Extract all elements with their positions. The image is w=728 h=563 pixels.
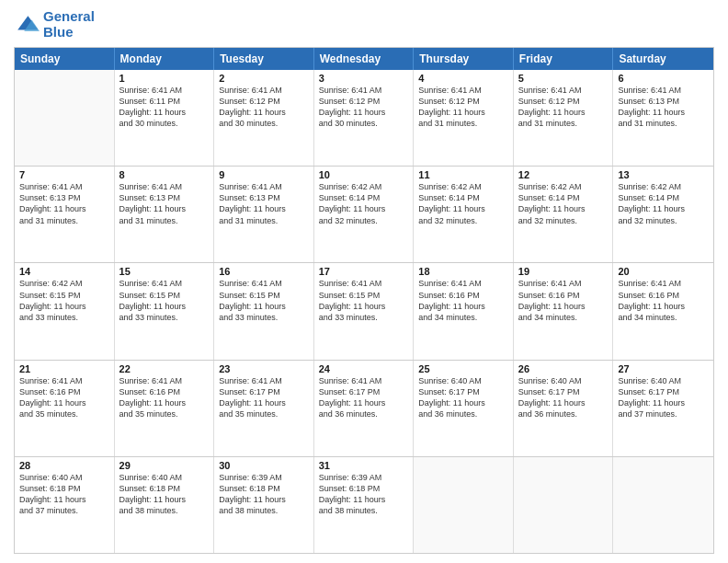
day-number: 3 [319, 73, 409, 84]
cell-info-line: Sunset: 6:16 PM [518, 290, 609, 301]
cell-info-line: Sunrise: 6:41 AM [19, 181, 109, 192]
calendar-cell: 1Sunrise: 6:41 AMSunset: 6:11 PMDaylight… [115, 70, 215, 166]
cell-info-line: Daylight: 11 hours [219, 301, 309, 312]
cell-info-line: Daylight: 11 hours [119, 301, 210, 312]
cell-info-line: Sunset: 6:16 PM [19, 386, 109, 397]
cell-info-line: and 38 minutes. [219, 505, 309, 516]
cell-info-line: Sunrise: 6:41 AM [618, 85, 709, 96]
cell-info-line: Daylight: 11 hours [319, 397, 409, 408]
calendar-cell: 29Sunrise: 6:40 AMSunset: 6:18 PMDayligh… [115, 457, 215, 553]
calendar-cell: 28Sunrise: 6:40 AMSunset: 6:18 PMDayligh… [15, 457, 115, 553]
cell-info-line: Daylight: 11 hours [119, 203, 210, 214]
cell-info-line: Sunrise: 6:41 AM [219, 375, 309, 386]
calendar-cell: 8Sunrise: 6:41 AMSunset: 6:13 PMDaylight… [115, 167, 215, 262]
cell-info-line: Sunrise: 6:41 AM [319, 278, 409, 289]
cell-info-line: Sunrise: 6:40 AM [119, 472, 210, 483]
cell-info-line: Sunset: 6:12 PM [518, 96, 609, 107]
cell-info-line: Daylight: 11 hours [418, 203, 508, 214]
day-number: 22 [119, 363, 210, 374]
day-number: 7 [19, 169, 109, 180]
day-number: 26 [518, 363, 609, 374]
cell-info-line: Daylight: 11 hours [618, 203, 709, 214]
cell-info-line: and 33 minutes. [119, 312, 210, 323]
cell-info-line: Sunrise: 6:41 AM [518, 278, 609, 289]
cell-info-line: Daylight: 11 hours [319, 203, 409, 214]
cell-info-line: Sunrise: 6:39 AM [219, 472, 309, 483]
weekday-header-wednesday: Wednesday [314, 48, 415, 70]
cell-info-line: Sunrise: 6:40 AM [618, 375, 709, 386]
day-number: 20 [618, 266, 709, 277]
cell-info-line: Sunrise: 6:39 AM [319, 472, 409, 483]
cell-info-line: and 36 minutes. [418, 408, 508, 419]
cell-info-line: Sunrise: 6:41 AM [418, 85, 508, 96]
cell-info-line: Daylight: 11 hours [319, 494, 409, 505]
calendar-row-2: 14Sunrise: 6:42 AMSunset: 6:15 PMDayligh… [15, 263, 713, 360]
cell-info-line: Sunset: 6:13 PM [219, 192, 309, 203]
cell-info-line: Sunset: 6:12 PM [319, 96, 409, 107]
cell-info-line: and 35 minutes. [19, 408, 109, 419]
day-number: 10 [319, 169, 409, 180]
calendar-cell: 25Sunrise: 6:40 AMSunset: 6:17 PMDayligh… [414, 361, 514, 456]
day-number: 23 [219, 363, 309, 374]
day-number: 15 [119, 266, 210, 277]
cell-info-line: Sunset: 6:18 PM [19, 483, 109, 494]
calendar-cell [514, 457, 614, 553]
cell-info-line: and 36 minutes. [319, 408, 409, 419]
calendar-row-3: 21Sunrise: 6:41 AMSunset: 6:16 PMDayligh… [15, 361, 713, 457]
logo: General Blue [14, 9, 95, 40]
calendar-cell: 19Sunrise: 6:41 AMSunset: 6:16 PMDayligh… [514, 263, 614, 359]
cell-info-line: Daylight: 11 hours [618, 397, 709, 408]
calendar-cell: 10Sunrise: 6:42 AMSunset: 6:14 PMDayligh… [314, 167, 415, 262]
cell-info-line: Daylight: 11 hours [119, 397, 210, 408]
cell-info-line: and 35 minutes. [119, 408, 210, 419]
cell-info-line: and 33 minutes. [19, 312, 109, 323]
calendar-cell: 2Sunrise: 6:41 AMSunset: 6:12 PMDaylight… [214, 70, 314, 166]
calendar-cell: 30Sunrise: 6:39 AMSunset: 6:18 PMDayligh… [214, 457, 314, 553]
calendar-header: SundayMondayTuesdayWednesdayThursdayFrid… [15, 48, 713, 70]
cell-info-line: and 35 minutes. [219, 408, 309, 419]
calendar-cell: 24Sunrise: 6:41 AMSunset: 6:17 PMDayligh… [314, 361, 415, 456]
cell-info-line: Daylight: 11 hours [518, 397, 609, 408]
cell-info-line: Daylight: 11 hours [518, 301, 609, 312]
cell-info-line: and 31 minutes. [618, 118, 709, 129]
cell-info-line: and 30 minutes. [219, 118, 309, 129]
cell-info-line: Daylight: 11 hours [518, 107, 609, 118]
calendar-cell: 11Sunrise: 6:42 AMSunset: 6:14 PMDayligh… [414, 167, 514, 262]
page: General Blue SundayMondayTuesdayWednesda… [0, 0, 728, 563]
cell-info-line: Daylight: 11 hours [219, 203, 309, 214]
calendar-cell: 27Sunrise: 6:40 AMSunset: 6:17 PMDayligh… [613, 361, 713, 456]
cell-info-line: Sunset: 6:16 PM [119, 386, 210, 397]
cell-info-line: Daylight: 11 hours [319, 301, 409, 312]
day-number: 24 [319, 363, 409, 374]
cell-info-line: Daylight: 11 hours [119, 107, 210, 118]
cell-info-line: Sunset: 6:12 PM [219, 96, 309, 107]
cell-info-line: Sunset: 6:15 PM [19, 290, 109, 301]
calendar-cell: 3Sunrise: 6:41 AMSunset: 6:12 PMDaylight… [314, 70, 415, 166]
day-number: 11 [418, 169, 508, 180]
calendar-cell: 15Sunrise: 6:41 AMSunset: 6:15 PMDayligh… [115, 263, 215, 359]
cell-info-line: and 37 minutes. [618, 408, 709, 419]
cell-info-line: Sunset: 6:14 PM [319, 192, 409, 203]
cell-info-line: Daylight: 11 hours [19, 397, 109, 408]
day-number: 1 [119, 73, 210, 84]
cell-info-line: Daylight: 11 hours [618, 301, 709, 312]
cell-info-line: Sunrise: 6:42 AM [19, 278, 109, 289]
cell-info-line: Sunrise: 6:42 AM [518, 181, 609, 192]
calendar-cell [15, 70, 115, 166]
calendar-row-0: 1Sunrise: 6:41 AMSunset: 6:11 PMDaylight… [15, 70, 713, 167]
cell-info-line: Sunset: 6:13 PM [618, 96, 709, 107]
logo-icon [14, 12, 40, 38]
cell-info-line: and 34 minutes. [618, 312, 709, 323]
cell-info-line: and 31 minutes. [418, 118, 508, 129]
cell-info-line: Sunrise: 6:40 AM [418, 375, 508, 386]
cell-info-line: Sunrise: 6:41 AM [319, 85, 409, 96]
day-number: 4 [418, 73, 508, 84]
calendar-body: 1Sunrise: 6:41 AMSunset: 6:11 PMDaylight… [15, 70, 713, 553]
calendar-row-4: 28Sunrise: 6:40 AMSunset: 6:18 PMDayligh… [15, 457, 713, 553]
cell-info-line: and 38 minutes. [119, 505, 210, 516]
cell-info-line: and 38 minutes. [319, 505, 409, 516]
weekday-header-monday: Monday [115, 48, 215, 70]
cell-info-line: Sunrise: 6:40 AM [19, 472, 109, 483]
cell-info-line: and 30 minutes. [319, 118, 409, 129]
cell-info-line: Sunset: 6:13 PM [119, 192, 210, 203]
